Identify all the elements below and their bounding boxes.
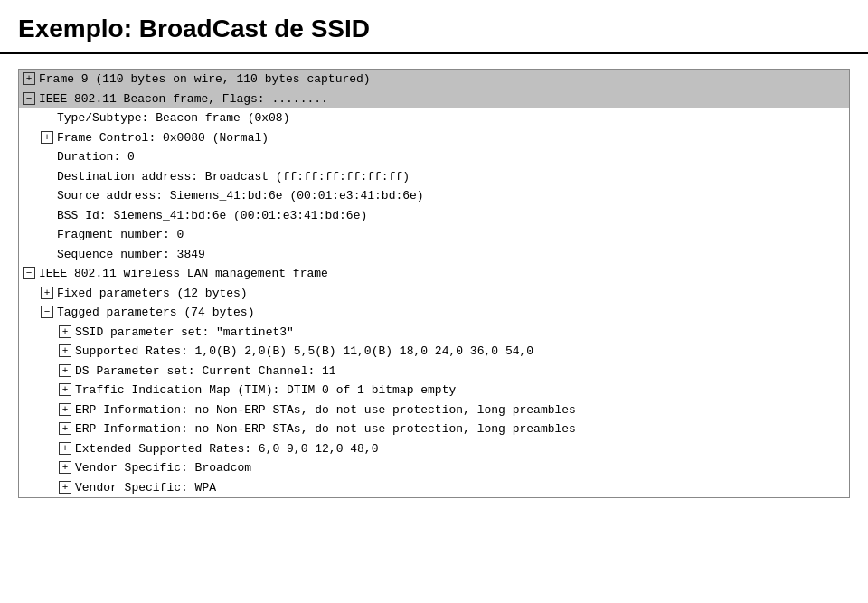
row-text-ssid-param: SSID parameter set: "martinet3" (75, 324, 845, 342)
packet-row-vendor-broadcom[interactable]: +Vendor Specific: Broadcom (19, 458, 849, 478)
row-text-tagged-params: Tagged parameters (74 bytes) (57, 304, 845, 322)
row-text-erp-info-1: ERP Information: no Non-ERP STAs, do not… (75, 401, 845, 419)
packet-row-bss-id[interactable]: BSS Id: Siemens_41:bd:6e (00:01:e3:41:bd… (19, 206, 849, 226)
packet-row-duration[interactable]: Duration: 0 (19, 147, 849, 167)
packet-row-erp-info-1[interactable]: +ERP Information: no Non-ERP STAs, do no… (19, 400, 849, 420)
expand-icon-frame[interactable]: + (23, 72, 35, 85)
packet-row-ssid-param[interactable]: +SSID parameter set: "martinet3" (19, 323, 849, 343)
row-text-ieee80211-beacon: IEEE 802.11 Beacon frame, Flags: .......… (39, 90, 845, 108)
expand-icon-fixed-params[interactable]: + (41, 287, 53, 299)
row-text-fixed-params: Fixed parameters (12 bytes) (57, 285, 845, 303)
row-text-bss-id: BSS Id: Siemens_41:bd:6e (00:01:e3:41:bd… (57, 207, 845, 225)
packet-row-destination[interactable]: Destination address: Broadcast (ff:ff:ff… (19, 167, 849, 187)
expand-icon-ieee80211-beacon[interactable]: − (23, 92, 35, 105)
expand-icon-ds-param[interactable]: + (59, 364, 71, 377)
row-text-frame: Frame 9 (110 bytes on wire, 110 bytes ca… (39, 71, 845, 89)
packet-row-supported-rates[interactable]: +Supported Rates: 1,0(B) 2,0(B) 5,5(B) 1… (19, 342, 849, 362)
expand-icon-ieee80211-mgmt[interactable]: − (23, 267, 35, 279)
packet-row-frame-control[interactable]: +Frame Control: 0x0080 (Normal) (19, 128, 849, 148)
expand-icon-vendor-broadcom[interactable]: + (59, 461, 71, 474)
packet-row-tim[interactable]: +Traffic Indication Map (TIM): DTIM 0 of… (19, 381, 849, 400)
packet-row-ext-supported-rates[interactable]: +Extended Supported Rates: 6,0 9,0 12,0 … (19, 439, 849, 459)
expand-icon-erp-info-1[interactable]: + (59, 403, 71, 416)
row-text-type-subtype: Type/Subtype: Beacon frame (0x08) (57, 109, 845, 127)
expand-icon-tim[interactable]: + (59, 383, 71, 396)
row-text-source: Source address: Siemens_41:bd:6e (00:01:… (57, 187, 845, 205)
packet-row-source[interactable]: Source address: Siemens_41:bd:6e (00:01:… (19, 186, 849, 206)
packet-row-vendor-wpa[interactable]: +Vendor Specific: WPA (19, 478, 849, 498)
expand-icon-ssid-param[interactable]: + (59, 325, 71, 338)
row-text-fragment: Fragment number: 0 (57, 226, 845, 244)
expand-icon-ext-supported-rates[interactable]: + (59, 442, 71, 455)
row-text-vendor-wpa: Vendor Specific: WPA (75, 479, 845, 497)
packet-row-frame[interactable]: +Frame 9 (110 bytes on wire, 110 bytes c… (19, 70, 849, 90)
page-title: Exemplo: BroadCast de SSID (0, 0, 868, 54)
row-text-tim: Traffic Indication Map (TIM): DTIM 0 of … (75, 382, 845, 400)
packet-row-fixed-params[interactable]: +Fixed parameters (12 bytes) (19, 284, 849, 304)
packet-row-erp-info-2[interactable]: +ERP Information: no Non-ERP STAs, do no… (19, 419, 849, 439)
row-text-ieee80211-mgmt: IEEE 802.11 wireless LAN management fram… (39, 265, 845, 283)
row-text-supported-rates: Supported Rates: 1,0(B) 2,0(B) 5,5(B) 11… (75, 343, 845, 361)
row-text-sequence: Sequence number: 3849 (57, 246, 845, 264)
row-text-destination: Destination address: Broadcast (ff:ff:ff… (57, 168, 845, 186)
expand-icon-erp-info-2[interactable]: + (59, 422, 71, 435)
row-text-duration: Duration: 0 (57, 148, 845, 166)
expand-icon-tagged-params[interactable]: − (41, 306, 53, 318)
packet-row-sequence[interactable]: Sequence number: 3849 (19, 245, 849, 265)
row-text-frame-control: Frame Control: 0x0080 (Normal) (57, 129, 845, 147)
row-text-vendor-broadcom: Vendor Specific: Broadcom (75, 459, 845, 477)
row-text-ext-supported-rates: Extended Supported Rates: 6,0 9,0 12,0 4… (75, 440, 845, 458)
expand-icon-frame-control[interactable]: + (41, 131, 53, 144)
packet-row-tagged-params[interactable]: −Tagged parameters (74 bytes) (19, 303, 849, 323)
row-text-erp-info-2: ERP Information: no Non-ERP STAs, do not… (75, 420, 845, 438)
expand-icon-supported-rates[interactable]: + (59, 344, 71, 357)
packet-row-ieee80211-mgmt[interactable]: −IEEE 802.11 wireless LAN management fra… (19, 264, 849, 284)
packet-row-ds-param[interactable]: +DS Parameter set: Current Channel: 11 (19, 362, 849, 382)
packet-row-fragment[interactable]: Fragment number: 0 (19, 225, 849, 245)
packet-detail-panel: +Frame 9 (110 bytes on wire, 110 bytes c… (18, 69, 850, 498)
packet-row-type-subtype[interactable]: Type/Subtype: Beacon frame (0x08) (19, 108, 849, 128)
packet-row-ieee80211-beacon[interactable]: −IEEE 802.11 Beacon frame, Flags: ......… (19, 90, 849, 109)
row-text-ds-param: DS Parameter set: Current Channel: 11 (75, 363, 845, 381)
expand-icon-vendor-wpa[interactable]: + (59, 481, 71, 494)
